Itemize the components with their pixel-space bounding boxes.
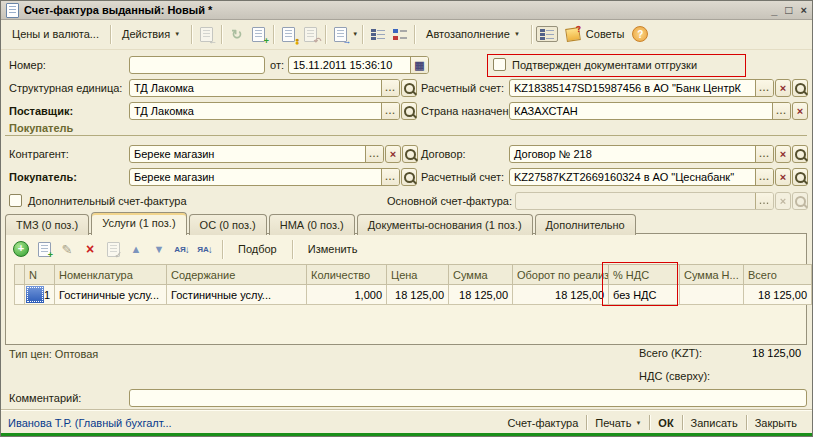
open-button[interactable]	[402, 145, 418, 163]
clear-button[interactable]: ×	[775, 168, 791, 186]
col-vat-sum[interactable]: Сумма Н...	[680, 265, 744, 285]
invoice-button[interactable]: Счет-фактура	[499, 414, 586, 432]
ellipsis-icon[interactable]: ...	[772, 103, 790, 119]
sort-desc-button[interactable]: ЯА↓	[196, 241, 214, 258]
contractor-field[interactable]: Береке магазин ...	[129, 145, 384, 163]
additional-invoice-checkbox[interactable]	[9, 194, 22, 207]
tab-additional[interactable]: Дополнительно	[535, 214, 636, 235]
buyer-field[interactable]: Береке магазин ...	[129, 168, 400, 186]
col-sum[interactable]: Сумма	[449, 265, 513, 285]
ellipsis-icon[interactable]: ...	[381, 103, 399, 119]
date-input[interactable]: 15.11.2011 15:36:10 ▦	[288, 56, 429, 74]
destination-country-field[interactable]: КАЗАХСТАН ...	[509, 102, 791, 120]
minimize-button[interactable]: _	[771, 2, 777, 18]
maximize-button[interactable]: □	[785, 2, 792, 18]
buyer-account-field[interactable]: KZ27587KZT2669160324 в АО "Цеснабанк" ..…	[509, 168, 774, 186]
calendar-icon[interactable]: ▦	[410, 57, 428, 73]
help-icon[interactable]: ?	[632, 26, 648, 42]
print-button[interactable]: Печать▼	[587, 414, 649, 432]
col-quantity[interactable]: Количество	[307, 265, 387, 285]
cell-nomenclature[interactable]: Гостиничные услу...	[55, 285, 167, 305]
col-nomenclature[interactable]: Номенклатура	[55, 265, 167, 285]
contract-field[interactable]: Договор № 218 ...	[509, 145, 774, 163]
magnifier-icon	[405, 149, 416, 160]
titlebar[interactable]: Счет-фактура выданный: Новый * _ □ ×	[1, 1, 812, 20]
supplier-field[interactable]: ТД Лакомка ...	[129, 102, 400, 120]
clear-button[interactable]: ×	[775, 79, 791, 97]
clear-button[interactable]: ×	[385, 145, 401, 163]
prices-currency-button[interactable]: Цены и валюта...	[5, 25, 106, 43]
cell-vat-sum[interactable]	[680, 285, 744, 305]
responsible-person-link[interactable]: Иванова Т.Р. (Главный бухгалт...	[8, 417, 172, 429]
ellipsis-icon[interactable]: ...	[755, 169, 773, 185]
ok-button[interactable]: ОК	[650, 414, 681, 432]
open-button[interactable]	[792, 168, 808, 186]
ellipsis-icon[interactable]: ...	[365, 146, 383, 162]
ellipsis-icon[interactable]: ...	[755, 146, 773, 162]
cell-vat-percent[interactable]: без НДС	[609, 285, 680, 305]
row-number-cell[interactable]: 1	[25, 285, 55, 305]
ellipsis-icon[interactable]: ...	[755, 80, 773, 96]
add-row-button[interactable]: +	[12, 241, 30, 258]
toolbar-separator	[273, 25, 274, 44]
col-turnover[interactable]: Оборот по реализ...	[513, 265, 609, 285]
sort-asc-button[interactable]: АЯ↓	[173, 241, 191, 258]
tips-button[interactable]: Советы	[559, 25, 631, 44]
table-row[interactable]: 1 Гостиничные услу... Гостиничные услу..…	[15, 285, 812, 305]
confirmed-checkbox[interactable]	[493, 58, 506, 71]
ellipsis-icon[interactable]: ...	[381, 80, 399, 96]
col-total[interactable]: Всего	[744, 265, 812, 285]
cell-turnover[interactable]: 18 125,00	[513, 285, 609, 305]
cell-total[interactable]: 18 125,00	[744, 285, 812, 305]
clear-button[interactable]: ×	[792, 102, 808, 120]
structure-icon[interactable]	[367, 25, 388, 44]
number-input[interactable]	[129, 56, 265, 74]
move-down-button[interactable]: ▼	[150, 241, 168, 258]
settings-marks-icon[interactable]	[389, 25, 410, 44]
col-price[interactable]: Цена	[387, 265, 449, 285]
settlement-account-label: Расчетный счет:	[421, 82, 504, 94]
move-up-button[interactable]: ▲	[127, 241, 145, 258]
go-to-icon[interactable]: →	[330, 25, 351, 44]
open-button[interactable]	[401, 102, 417, 120]
settlement-account-field[interactable]: KZ18385147SD15987456 в АО "Банк ЦентрК .…	[509, 79, 774, 97]
comment-input[interactable]	[129, 389, 807, 407]
clear-button[interactable]: ×	[775, 145, 791, 163]
autofill-menu-button[interactable]: Автозаполнение▼	[419, 25, 527, 43]
col-n[interactable]: N	[25, 265, 55, 285]
open-button[interactable]	[792, 79, 808, 97]
structural-unit-field[interactable]: ТД Лакомка ...	[129, 79, 400, 97]
cell-content[interactable]: Гостиничные услу...	[167, 285, 307, 305]
clear-icon: ×	[780, 83, 786, 94]
copy-add-icon[interactable]: +	[248, 25, 269, 44]
close-form-button[interactable]: Закрыть	[747, 414, 805, 432]
post-document-icon[interactable]: ●	[278, 25, 299, 44]
delete-row-button[interactable]: ×	[81, 241, 99, 258]
copy-row-button[interactable]: +	[35, 241, 53, 258]
buyer-label: Покупатель:	[9, 171, 77, 183]
col-vat-percent[interactable]: % НДС	[609, 265, 680, 285]
tab-tmz[interactable]: ТМЗ (0 поз.)	[5, 214, 89, 235]
cell-quantity[interactable]: 1,000	[307, 285, 387, 305]
chevron-down-icon: ▼	[635, 420, 641, 426]
open-button[interactable]	[401, 79, 417, 97]
row-marker-cell[interactable]	[15, 285, 25, 305]
open-button[interactable]	[401, 168, 417, 186]
open-button[interactable]	[792, 145, 808, 163]
col-content[interactable]: Содержание	[167, 265, 307, 285]
tab-nma[interactable]: НМА (0 поз.)	[269, 214, 355, 235]
tab-services[interactable]: Услуги (1 поз.)	[91, 212, 186, 235]
ellipsis-icon[interactable]: ...	[381, 169, 399, 185]
cell-price[interactable]: 18 125,00	[387, 285, 449, 305]
close-button[interactable]: ×	[801, 2, 807, 18]
tab-os[interactable]: ОС (0 поз.)	[189, 214, 267, 235]
pick-button[interactable]: Подбор	[231, 240, 284, 258]
service-panel-toggle-button[interactable]	[536, 26, 558, 42]
refresh-icon: ↻	[226, 25, 247, 44]
save-button[interactable]: Записать	[683, 414, 746, 432]
cell-sum[interactable]: 18 125,00	[449, 285, 513, 305]
actions-menu-button[interactable]: Действия▼	[115, 25, 187, 43]
tab-basis-documents[interactable]: Документы-основания (1 поз.)	[357, 214, 533, 235]
chevron-down-icon: ▼	[352, 31, 358, 37]
change-button[interactable]: Изменить	[301, 240, 365, 258]
